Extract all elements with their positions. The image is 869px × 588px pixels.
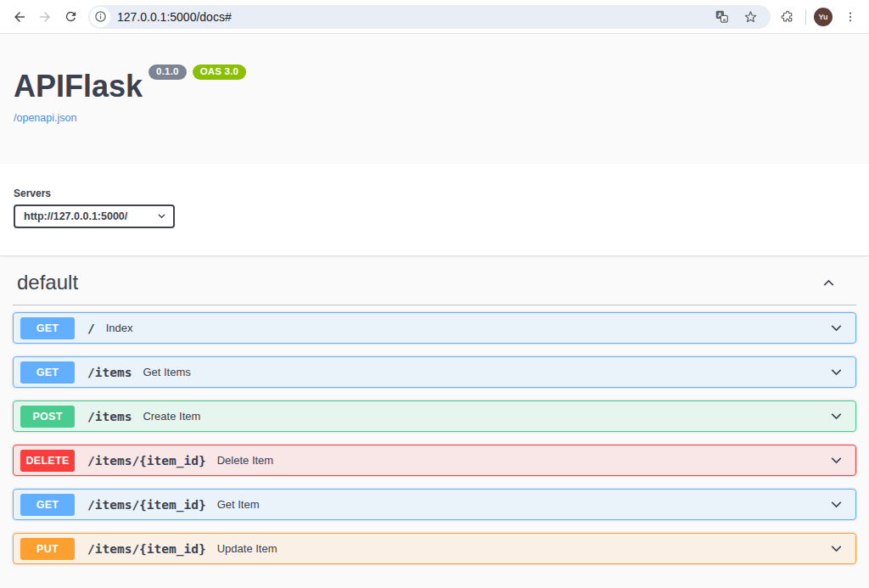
profile-avatar[interactable]: Yu [814,8,833,26]
toolbar-separator [805,9,806,25]
tag-header-default[interactable]: default [13,264,856,305]
extensions-button[interactable] [777,7,798,27]
openapi-spec-link[interactable]: /openapi.json [14,112,76,124]
servers-label: Servers [14,188,855,199]
api-info-section: APIFlask 0.1.0 OAS 3.0 /openapi.json [0,34,869,164]
expand-operation-button[interactable] [826,363,847,381]
browser-menu-button[interactable] [840,7,861,27]
opblock-get-items[interactable]: GET /items Get Items [13,356,856,388]
translate-icon: A a [715,9,729,24]
opblock-delete-item[interactable]: DELETE /items/{item_id} Delete Item [13,445,856,476]
chevron-up-icon [820,274,838,292]
op-summary: Index [106,322,133,334]
method-badge: GET [20,361,75,384]
kebab-menu-icon [844,10,857,24]
operations-list: GET / Index GET /items Get Items POST /i… [13,305,856,564]
address-bar[interactable]: 127.0.0.1:5000/docs# A a [88,5,771,29]
forward-arrow-icon [37,9,53,25]
op-summary: Get Item [217,498,260,511]
page-info-icon [94,10,107,23]
operations-section: default GET / Index GET /items Get Items [0,255,869,564]
extensions-puzzle-icon [780,9,795,25]
opblock-get-root[interactable]: GET / Index [13,312,856,344]
forward-button[interactable] [32,4,58,30]
op-path: /items/{item_id} [87,454,206,468]
collapse-tag-button[interactable] [820,274,838,292]
opblock-put-item[interactable]: PUT /items/{item_id} Update Item [13,533,856,564]
op-path: /items/{item_id} [87,498,206,512]
chevron-down-icon [827,540,845,557]
star-icon [743,9,758,24]
expand-operation-button[interactable] [826,540,847,557]
swagger-page: APIFlask 0.1.0 OAS 3.0 /openapi.json Ser… [0,34,869,564]
method-badge: POST [20,406,75,428]
site-info-chip[interactable] [90,7,110,27]
opblock-get-item[interactable]: GET /items/{item_id} Get Item [13,489,856,520]
op-path: / [87,322,95,335]
method-badge: GET [20,494,75,516]
chevron-down-icon [827,407,845,425]
server-select-wrap: http://127.0.0.1:5000/ [14,204,175,228]
reload-icon [64,9,78,24]
opblock-post-items[interactable]: POST /items Create Item [13,400,856,432]
back-arrow-icon [12,9,27,25]
op-summary: Delete Item [217,454,273,467]
scheme-container: Servers http://127.0.0.1:5000/ [0,164,869,255]
op-summary: Create Item [143,410,200,423]
op-path: /items [87,366,132,379]
toolbar-right-cluster: Yu [777,7,861,27]
chevron-down-icon [827,451,845,469]
expand-operation-button[interactable] [826,496,847,513]
translate-button[interactable]: A a [711,7,732,27]
expand-operation-button[interactable] [826,407,847,425]
api-title-text: APIFlask [14,71,143,102]
op-path: /items/{item_id} [87,542,206,556]
bookmark-button[interactable] [740,7,760,27]
reload-button[interactable] [58,4,83,30]
oas-badge: OAS 3.0 [193,64,247,80]
browser-toolbar: 127.0.0.1:5000/docs# A a Yu [0,0,869,34]
chevron-down-icon [827,496,845,513]
version-badge: 0.1.0 [149,64,187,80]
method-badge: PUT [20,538,75,560]
expand-operation-button[interactable] [826,319,847,337]
method-badge: GET [20,317,75,339]
tag-title: default [17,271,78,294]
chevron-down-icon [827,319,845,337]
server-select[interactable]: http://127.0.0.1:5000/ [14,204,175,228]
chevron-down-icon [827,363,845,381]
expand-operation-button[interactable] [826,451,847,469]
url-text[interactable]: 127.0.0.1:5000/docs# [117,10,703,24]
method-badge: DELETE [20,450,75,472]
op-summary: Get Items [143,366,190,378]
back-button[interactable] [7,4,32,30]
op-path: /items [87,410,132,423]
api-title: APIFlask 0.1.0 OAS 3.0 [14,71,246,102]
op-summary: Update Item [217,542,278,555]
